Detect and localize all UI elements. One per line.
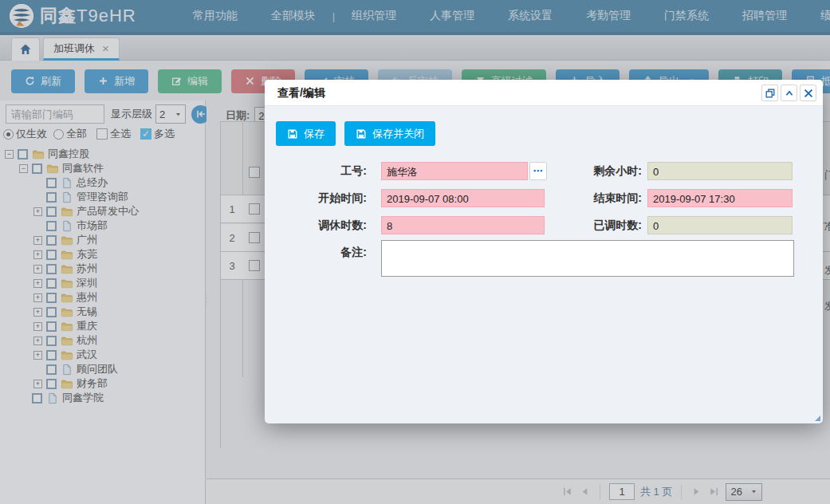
remaining-hours-label: 剩余小时:	[546, 162, 642, 180]
end-time-label: 结束时间:	[546, 189, 642, 207]
start-time-label: 开始时间:	[271, 189, 367, 207]
save-button[interactable]: 保存	[276, 121, 336, 146]
remark-textarea[interactable]	[381, 240, 794, 277]
leave-hours-field[interactable]: 8	[381, 216, 545, 234]
dialog-title: 查看/编辑	[277, 86, 325, 100]
end-time-field[interactable]: 2019-09-07 17:30	[647, 189, 793, 207]
employee-label: 工号:	[271, 162, 367, 180]
start-time-field[interactable]: 2019-09-07 08:00	[381, 189, 545, 207]
close-window-icon[interactable]	[800, 85, 816, 101]
dialog-resize-handle[interactable]	[815, 415, 820, 421]
remark-label: 备注:	[271, 243, 367, 262]
dialog-header[interactable]: 查看/编辑	[265, 80, 823, 106]
collapse-window-icon[interactable]	[781, 85, 797, 101]
leave-hours-label: 调休时数:	[271, 216, 367, 234]
employee-field[interactable]: 施华洛	[381, 162, 528, 180]
save-and-close-button[interactable]: 保存并关闭	[344, 121, 435, 146]
remaining-hours-field: 0	[647, 162, 793, 180]
used-hours-label: 已调时数:	[546, 216, 642, 234]
restore-window-icon[interactable]	[761, 85, 778, 101]
save-icon	[287, 128, 298, 140]
used-hours-field: 0	[647, 216, 793, 234]
edit-dialog: 查看/编辑 保存 保存并关闭 工号: 施华洛 ▪▪▪ 剩余小时: 0 开始时间:…	[265, 80, 823, 423]
employee-lookup-button[interactable]: ▪▪▪	[529, 162, 547, 180]
save-icon	[356, 128, 367, 140]
